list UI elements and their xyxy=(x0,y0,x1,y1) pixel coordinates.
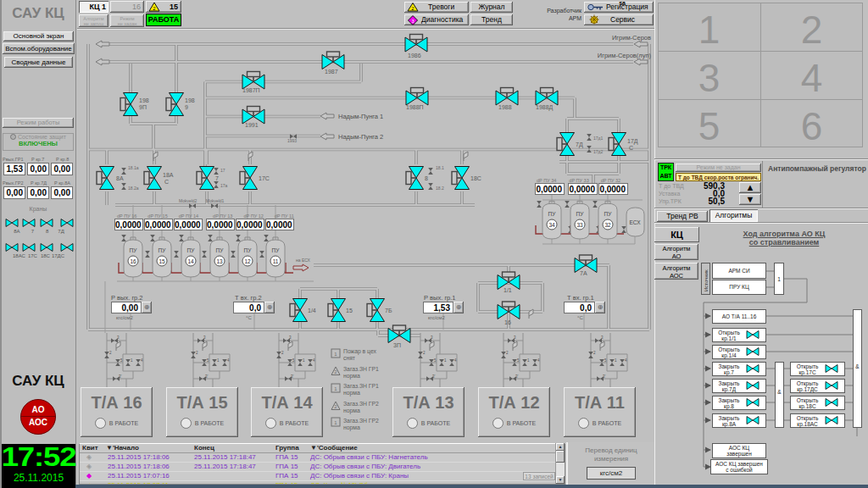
svg-text:7Б: 7Б xyxy=(385,308,392,313)
svg-text:1988: 1988 xyxy=(498,104,512,110)
svg-text:1/1: 1/1 xyxy=(504,287,512,293)
svg-text:норма: норма xyxy=(343,424,360,431)
svg-text:ПУ: ПУ xyxy=(548,211,557,217)
svg-text:ПУ: ПУ xyxy=(187,247,196,253)
svg-text:3: 3 xyxy=(411,19,414,24)
svg-text:ПУ: ПУ xyxy=(604,211,613,217)
svg-text:32: 32 xyxy=(604,222,611,228)
svg-text:ПУ: ПУ xyxy=(576,211,585,217)
svg-text:Загаз.ЗН ГР1: Загаз.ЗН ГР1 xyxy=(343,383,379,389)
svg-text:17д2: 17д2 xyxy=(593,149,603,154)
svg-text:С: С xyxy=(164,179,169,185)
svg-text:1: 1 xyxy=(334,420,337,425)
svg-text:1987: 1987 xyxy=(325,69,338,75)
svg-text:ПУ: ПУ xyxy=(216,247,225,253)
svg-text:Надым-Пунга 2: Надым-Пунга 2 xyxy=(338,133,383,141)
svg-text:ЕСХ: ЕСХ xyxy=(630,219,642,225)
svg-text:1988Д: 1988Д xyxy=(536,104,554,111)
svg-text:Загаз.ЗН ГР2: Загаз.ЗН ГР2 xyxy=(343,401,379,407)
svg-text:1: 1 xyxy=(334,352,337,357)
svg-text:13: 13 xyxy=(216,258,223,264)
svg-text:ПУ: ПУ xyxy=(272,247,281,253)
svg-text:1988П: 1988П xyxy=(406,104,424,110)
svg-text:норма: норма xyxy=(343,373,360,380)
svg-text:ПУ: ПУ xyxy=(159,247,167,253)
svg-text:3П: 3П xyxy=(393,342,401,348)
svg-text:17С: 17С xyxy=(259,175,270,181)
svg-text:14: 14 xyxy=(187,258,194,264)
svg-text:7: 7 xyxy=(215,175,219,181)
svg-text:18.1а: 18.1а xyxy=(128,165,139,170)
svg-text:С: С xyxy=(629,145,633,151)
svg-text:Надым-Пунга 1: Надым-Пунга 1 xyxy=(338,113,383,120)
svg-text:18С: 18С xyxy=(470,175,481,181)
svg-text:9П: 9П xyxy=(139,104,147,110)
svg-text:ПУ: ПУ xyxy=(130,247,138,253)
svg-text:17д1: 17д1 xyxy=(593,136,603,141)
svg-text:Источник: Источник xyxy=(704,269,709,291)
svg-text:ПУ: ПУ xyxy=(244,247,253,253)
svg-text:15: 15 xyxy=(346,308,353,313)
svg-text:18.2: 18.2 xyxy=(436,186,444,191)
svg-text:16: 16 xyxy=(504,319,511,325)
svg-text:198: 198 xyxy=(139,97,149,103)
svg-text:33: 33 xyxy=(576,222,583,228)
svg-text:7А: 7А xyxy=(580,270,587,276)
svg-text:17Д: 17Д xyxy=(627,138,638,145)
svg-text:18А: 18А xyxy=(163,172,174,178)
svg-text:Загаз.ЗН ГР1: Загаз.ЗН ГР1 xyxy=(343,366,379,372)
svg-text:Игрим-Серов: Игрим-Серов xyxy=(612,34,651,42)
svg-text:Mokveld1: Mokveld1 xyxy=(206,198,225,203)
svg-text:12: 12 xyxy=(244,258,251,264)
svg-text:18.2а: 18.2а xyxy=(128,186,139,191)
svg-text:Игрим-Серов(луп): Игрим-Серов(луп) xyxy=(598,52,652,59)
svg-text:снят: снят xyxy=(343,355,355,361)
svg-text:норма: норма xyxy=(343,390,360,396)
svg-text:Загаз.ЗН ГР2: Загаз.ЗН ГР2 xyxy=(343,418,379,424)
svg-text:на ЕСХ: на ЕСХ xyxy=(296,258,311,263)
svg-text:1991: 1991 xyxy=(245,122,259,128)
svg-text:7Д: 7Д xyxy=(576,141,583,148)
svg-text:1/4: 1/4 xyxy=(308,308,316,313)
svg-text:Mokveld2: Mokveld2 xyxy=(179,198,198,203)
svg-text:16: 16 xyxy=(130,258,136,264)
svg-text:15: 15 xyxy=(159,258,165,264)
svg-text:1986: 1986 xyxy=(408,53,421,58)
svg-text:норма: норма xyxy=(343,408,360,414)
svg-text:198: 198 xyxy=(185,97,195,103)
svg-text:Пожар в цех: Пожар в цех xyxy=(343,348,377,355)
svg-text:34: 34 xyxy=(548,222,555,228)
svg-text:8А: 8А xyxy=(116,175,124,181)
svg-text:17: 17 xyxy=(220,168,225,173)
svg-text:17а: 17а xyxy=(220,183,228,188)
svg-text:1: 1 xyxy=(334,386,337,391)
svg-text:1993: 1993 xyxy=(287,138,297,143)
svg-text:18.1: 18.1 xyxy=(436,165,444,170)
svg-text:11: 11 xyxy=(273,258,279,264)
svg-text:1987П: 1987П xyxy=(242,87,260,93)
svg-text:8: 8 xyxy=(425,175,428,181)
svg-text:9: 9 xyxy=(185,104,188,110)
